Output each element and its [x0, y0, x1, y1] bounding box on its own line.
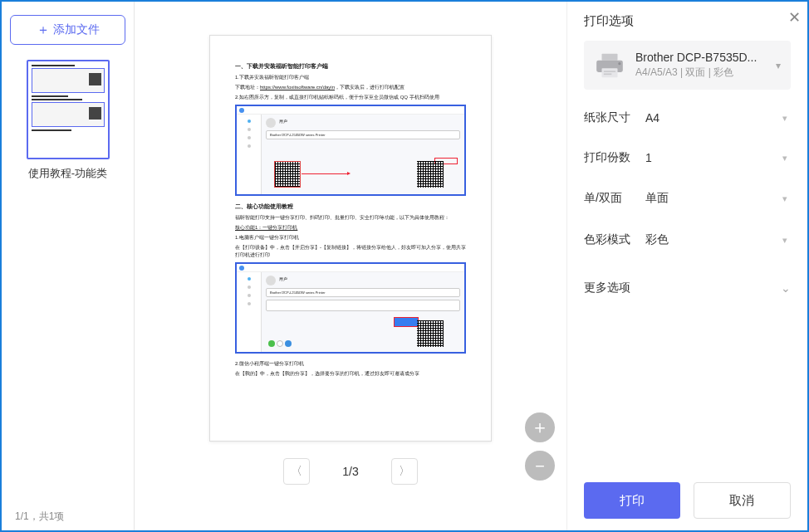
printer-icon	[594, 52, 625, 79]
more-options-label: 更多选项	[584, 281, 630, 295]
print-options-panel: ✕ 打印选项 Brother DCP-B7535D... A4/A5/A3 | …	[566, 2, 807, 530]
thumbnail-label: 使用教程-功能类	[10, 166, 125, 181]
page-preview: 一、下载并安装福昕智能打印客户端 1.下载并安装福昕智能打印客户端 下载地址：h…	[209, 35, 492, 442]
print-button[interactable]: 打印	[584, 482, 680, 519]
panel-title: 打印选项	[584, 13, 791, 29]
svg-rect-5	[604, 73, 612, 75]
paper-size-label: 纸张尺寸	[584, 110, 642, 125]
more-options-toggle[interactable]: 更多选项 ⌄	[584, 276, 791, 300]
zoom-controls: ＋ －	[525, 412, 555, 481]
left-panel: ＋ 添加文件 使用教程-功能类 1/1，共1项	[2, 2, 135, 530]
printer-capabilities: A4/A5/A3 | 双面 | 彩色	[635, 66, 766, 80]
duplex-select[interactable]: 单面 ▾	[642, 186, 791, 211]
paper-size-row: 纸张尺寸 A4 ▾	[584, 106, 791, 129]
chevron-down-icon: ▾	[782, 153, 787, 164]
copies-input[interactable]: 1 ▾	[642, 146, 791, 169]
svg-point-2	[618, 62, 620, 65]
zoom-in-button[interactable]: ＋	[525, 412, 555, 442]
chevron-down-icon: ▾	[776, 60, 781, 71]
page-indicator: 1/3	[330, 465, 371, 478]
app-window: ＋ 添加文件 使用教程-功能类 1/1，共1项 一、下载并安装福昕智能打印客户端…	[0, 0, 809, 532]
prev-page-button[interactable]: 〈	[283, 458, 310, 485]
color-mode-label: 色彩模式	[584, 232, 642, 247]
page-thumbnail[interactable]	[27, 60, 110, 159]
printer-selector[interactable]: Brother DCP-B7535D... A4/A5/A3 | 双面 | 彩色…	[584, 41, 791, 90]
footer-buttons: 打印 取消	[584, 482, 791, 519]
preview-panel: 一、下载并安装福昕智能打印客户端 1.下载并安装福昕智能打印客户端 下载地址：h…	[135, 2, 566, 530]
duplex-label: 单/双面	[584, 191, 642, 206]
left-footer-count: 1/1，共1项	[10, 510, 125, 524]
pager: 〈 1/3 〉	[283, 458, 418, 485]
zoom-out-button[interactable]: －	[525, 451, 555, 481]
close-icon: ✕	[788, 9, 801, 26]
add-file-button[interactable]: ＋ 添加文件	[10, 15, 125, 45]
svg-rect-3	[602, 68, 618, 77]
copies-row: 打印份数 1 ▾	[584, 146, 791, 169]
doc-screenshot-2: 用户 Brother DCP-L2535DW series Printer	[235, 262, 466, 354]
chevron-down-icon: ▾	[782, 193, 787, 204]
color-mode-select[interactable]: 彩色 ▾	[642, 227, 791, 252]
plus-icon: ＋	[37, 23, 50, 37]
color-mode-row: 色彩模式 彩色 ▾	[584, 227, 791, 252]
next-page-button[interactable]: 〉	[391, 458, 418, 485]
chevron-down-icon: ⌄	[781, 281, 791, 295]
doc-screenshot-1: 用户 Brother DCP-L2535DW series Printer	[235, 105, 466, 196]
cancel-button[interactable]: 取消	[694, 482, 792, 519]
chevron-down-icon: ▾	[782, 113, 787, 124]
paper-size-select[interactable]: A4 ▾	[642, 106, 791, 129]
chevron-down-icon: ▾	[782, 235, 787, 246]
printer-name: Brother DCP-B7535D...	[635, 51, 766, 64]
add-file-label: 添加文件	[53, 22, 100, 37]
close-button[interactable]: ✕	[788, 8, 801, 27]
duplex-row: 单/双面 单面 ▾	[584, 186, 791, 211]
svg-rect-4	[604, 71, 615, 72]
copies-label: 打印份数	[584, 150, 642, 165]
svg-rect-0	[602, 53, 618, 60]
